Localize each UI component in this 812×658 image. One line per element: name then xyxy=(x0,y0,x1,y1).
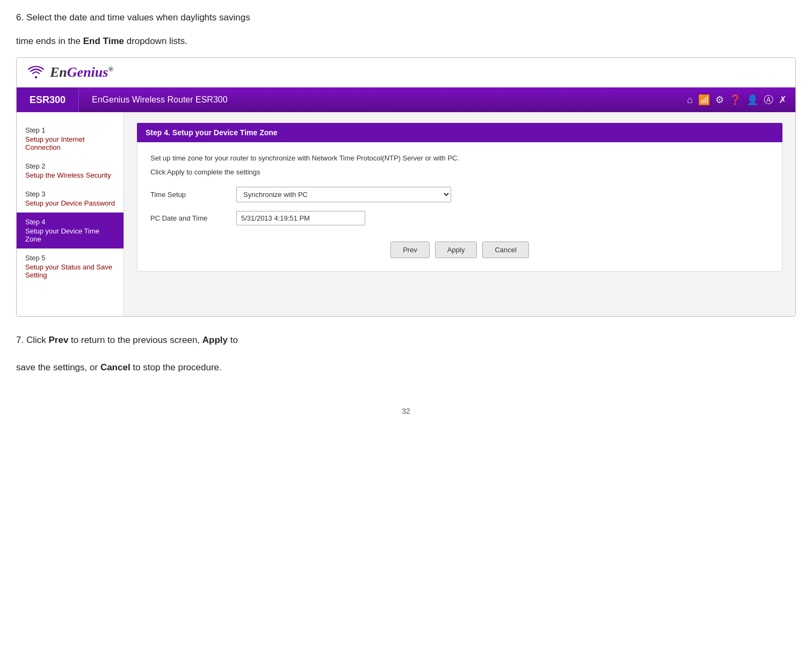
user-icon[interactable]: 👤 xyxy=(746,94,758,106)
main-content: Step 1 Setup your Internet Connection St… xyxy=(17,112,795,316)
nav-icons: ⌂ 📶 ⚙ ❓ 👤 Ⓐ ✗ xyxy=(687,93,795,106)
pc-date-input[interactable] xyxy=(236,211,365,225)
router-panel: EnGenius® ESR300 EnGenius Wireless Route… xyxy=(16,57,796,317)
logout-icon[interactable]: ✗ xyxy=(779,94,787,106)
engenius-logo: EnGenius® xyxy=(27,64,113,81)
section-desc: Set up time zone for your router to sync… xyxy=(150,153,769,164)
sidebar-step-3[interactable]: Step 3 Setup your Device Password xyxy=(17,185,124,213)
time-setup-select[interactable]: Synchronize with PC Synchronize with NTP… xyxy=(236,187,451,202)
apply-button[interactable]: Apply xyxy=(435,242,477,258)
wifi-icon xyxy=(27,66,45,79)
outro-line1: 7. Click Prev to return to the previous … xyxy=(16,333,796,347)
cancel-button[interactable]: Cancel xyxy=(482,242,528,258)
time-setup-label: Time Setup xyxy=(150,191,236,199)
pc-date-input-wrap xyxy=(236,211,451,225)
time-setup-input-wrap: Synchronize with PC Synchronize with NTP… xyxy=(236,187,451,202)
home-icon[interactable]: ⌂ xyxy=(687,94,693,106)
button-row: Prev Apply Cancel xyxy=(150,242,769,258)
sidebar-step-1[interactable]: Step 1 Setup your Internet Connection xyxy=(17,121,124,157)
intro-line2: time ends in the End Time dropdown lists… xyxy=(16,34,796,48)
intro-line1: 6. Select the date and time values when … xyxy=(16,11,796,25)
sidebar-step-2[interactable]: Step 2 Setup the Wireless Security xyxy=(17,157,124,185)
sidebar: Step 1 Setup your Internet Connection St… xyxy=(17,112,124,316)
wifi-nav-icon[interactable]: 📶 xyxy=(698,94,710,106)
sidebar-step-4[interactable]: Step 4 Setup your Device Time Zone xyxy=(17,213,124,248)
gear-icon[interactable]: ⚙ xyxy=(715,94,724,106)
logo-bar: EnGenius® xyxy=(17,58,795,87)
page-number: 32 xyxy=(16,407,796,415)
content-panel: Step 4. Setup your Device Time Zone Set … xyxy=(124,112,795,316)
section-header: Step 4. Setup your Device Time Zone xyxy=(137,123,782,142)
outro-line2: save the settings, or Cancel to stop the… xyxy=(16,360,796,375)
sidebar-step-5[interactable]: Step 5 Setup your Status and Save Settin… xyxy=(17,248,124,284)
logo-brand-text: EnGenius® xyxy=(50,64,113,81)
svg-point-0 xyxy=(35,76,37,78)
section-body: Set up time zone for your router to sync… xyxy=(137,142,782,272)
help-icon[interactable]: ❓ xyxy=(729,94,741,106)
pc-date-row: PC Date and Time xyxy=(150,211,769,225)
section-instruction: Click Apply to complete the settings xyxy=(150,168,769,176)
prev-button[interactable]: Prev xyxy=(390,242,430,258)
pc-date-label: PC Date and Time xyxy=(150,214,236,222)
account-icon[interactable]: Ⓐ xyxy=(764,93,773,106)
nav-title: EnGenius Wireless Router ESR300 xyxy=(79,95,687,105)
nav-brand: ESR300 xyxy=(17,87,79,112)
time-setup-row: Time Setup Synchronize with PC Synchroni… xyxy=(150,187,769,202)
top-nav: ESR300 EnGenius Wireless Router ESR300 ⌂… xyxy=(17,87,795,112)
